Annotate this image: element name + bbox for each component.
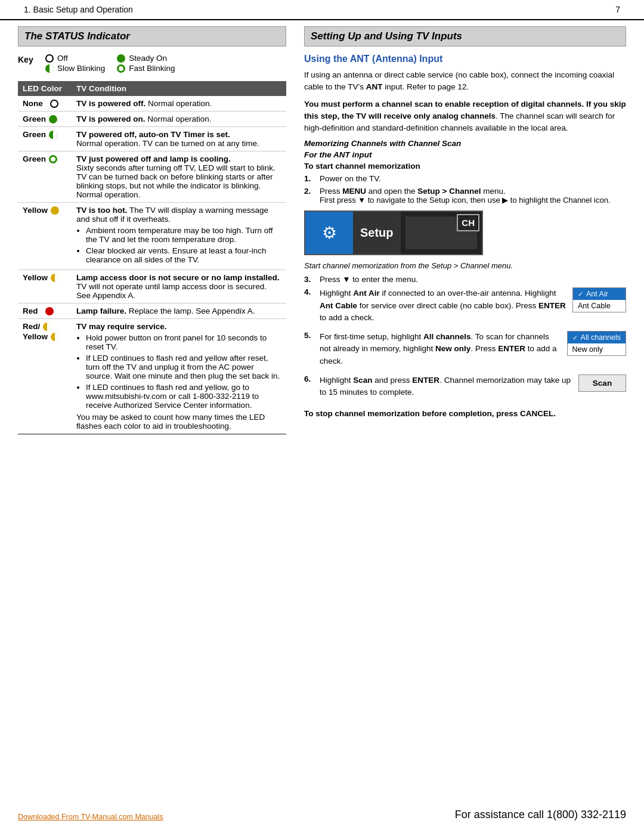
key-slow-label: Slow Blinking [57,64,105,73]
led-cond-yellow-half: Lamp access door is not secure or no lam… [72,270,286,304]
led-color-yellow-half: Yellow [18,270,72,304]
key-item-steady: Steady On [117,54,175,63]
led-color-green-solid: Green [18,112,72,127]
step-2-num: 2. [304,187,315,205]
sub-note: You may be asked to count how many times… [76,413,281,431]
step-1: 1. Power on the TV. [304,174,626,183]
key-label: Key [18,54,39,64]
step-1-text: Power on the TV. [320,174,381,183]
led-cond-none: TV is powered off. Normal operation. [72,96,286,112]
antenna-title: Using the ANT (Antenna) Input [304,54,626,64]
footer-link[interactable]: Downloaded From TV-Manual.com Manuals [18,813,163,821]
yellow-half-led-icon [51,274,59,282]
led-color-green-ring: Green [18,151,72,203]
step-6: 6. Highlight Scan and press ENTER. Chann… [304,374,626,402]
all-channels-option: ✓ All channels [568,332,626,343]
footer-assist: For assistance call 1(800) 332-2119 [455,807,626,821]
checkmark-icon: ✓ [578,290,583,298]
led-color-none: None [18,96,72,112]
table-row: None TV is powered off. Normal operation… [18,96,286,112]
led-cond-red: Lamp failure. Replace the lamp. See Appe… [72,304,286,319]
red-yellow-led-icon [43,323,51,331]
table-row: Green TV is powered on. Normal operation… [18,112,286,127]
setup-gear-icon: ⚙ [305,212,353,254]
step-4-text: Highlight Ant Air if connected to an ove… [320,287,566,324]
new-only-label: New only [572,345,603,354]
step-5-content: For first-time setup, highlight All chan… [320,331,626,367]
start-channel-title: To start channel memorization [304,162,626,171]
led-table: LED Color TV Condition None TV is powere… [18,81,286,435]
scan-label: Scan [593,379,612,388]
step-4: 4. Highlight Ant Air if connected to an … [304,287,626,327]
page-number: 7 [615,5,620,14]
none-led-icon [50,100,58,108]
key-item-fast-blink: Fast Blinking [117,64,175,73]
red-led-icon [45,307,54,315]
step-1-num: 1. [304,174,315,183]
ant-input-title: For the ANT input [304,150,626,159]
table-row: Yellow Lamp access door is not secure or… [18,270,286,304]
key-item-off: Off [45,54,105,63]
green-solid-led-icon [49,115,57,123]
key-steady-label: Steady On [129,54,167,63]
stop-note: To stop channel memorization before comp… [304,408,626,420]
step-3-num: 3. [304,275,315,284]
step-6-text: Highlight Scan and press ENTER. Channel … [320,374,572,399]
ant-air-label: Ant Air [586,290,608,298]
scan-button-box[interactable]: Scan [578,374,626,392]
all-channels-label: All channels [581,333,621,342]
ant-cable-option: Ant Cable [573,300,626,312]
steps-list: 1. Power on the TV. 2. Press MENU and op… [304,174,626,402]
page-header: 1. Basic Setup and Operation 7 [0,0,644,20]
ant-air-option: ✓ Ant Air [573,288,626,300]
fast-blink-icon [117,64,125,73]
intro-text-1: If using an antenna or direct cable serv… [304,69,626,94]
led-cond-red-yellow: TV may require service. Hold power butto… [72,319,286,435]
key-items: Off Steady On Slow Blinking Fast Blinkin… [45,54,175,73]
checkmark-icon-2: ✓ [572,334,578,342]
step-2-text: Press MENU and open the Setup > Channel … [320,187,611,205]
intro-text-2: You must perform a channel scan to enabl… [304,98,626,135]
setup-image: ⚙ Setup CH [304,210,483,255]
right-section-title: Setting Up and Using TV Inputs [304,26,626,47]
left-section-title: The STATUS Indicator [18,26,286,47]
ant-air-cable-box: ✓ Ant Air Ant Cable [572,287,626,312]
table-row: Green TV just powered off and lamp is co… [18,151,286,203]
table-row: Green TV powered off, auto-on TV Timer i… [18,127,286,151]
step-6-content: Highlight Scan and press ENTER. Channel … [320,374,626,399]
key-off-label: Off [57,54,68,63]
step-2: 2. Press MENU and open the Setup > Chann… [304,187,626,205]
green-half-led-icon [49,131,57,139]
slow-blink-icon [45,64,54,73]
led-cond-yellow-solid: TV is too hot. The TV will display a war… [72,203,286,270]
led-color-red: Red [18,304,72,319]
led-cond-green-solid: TV is powered on. Normal operation. [72,112,286,127]
left-column: The STATUS Indicator Key Off Steady On S… [18,26,286,435]
table-row: Yellow TV is too hot. The TV will displa… [18,203,286,270]
off-icon [45,54,54,63]
col-led-header: LED Color [18,81,72,96]
all-channels-box: ✓ All channels New only [567,331,626,356]
step-3-text: Press ▼ to enter the menu. [320,275,418,284]
yellow-solid-led-icon [51,206,59,215]
key-section: Key Off Steady On Slow Blinking Fast Bli… [18,54,286,73]
memorizing-title: Memorizing Channels with Channel Scan [304,139,626,148]
led-color-red-yellow: Red/ Yellow [18,319,72,435]
step-5-num: 5. [304,331,315,371]
green-ring-led-icon [49,155,57,163]
setup-caption: Start channel memorization from the Setu… [304,261,626,270]
led-color-green-half: Green [18,127,72,151]
step-5-text: For first-time setup, highlight All chan… [320,331,561,367]
step-4-num: 4. [304,287,315,327]
header-title: 1. Basic Setup and Operation [24,5,133,14]
page-footer: Downloaded From TV-Manual.com Manuals Fo… [18,807,626,821]
col-cond-header: TV Condition [72,81,286,96]
step-5: 5. For first-time setup, highlight All c… [304,331,626,371]
step-6-num: 6. [304,374,315,402]
steady-on-icon [117,54,125,63]
step-3: 3. Press ▼ to enter the menu. [304,275,626,284]
table-row: Red/ Yellow TV may require service. Hold… [18,319,286,435]
channel-box: CH [457,214,479,231]
right-column: Setting Up and Using TV Inputs Using the… [304,26,626,435]
led-cond-green-half: TV powered off, auto-on TV Timer is set.… [72,127,286,151]
